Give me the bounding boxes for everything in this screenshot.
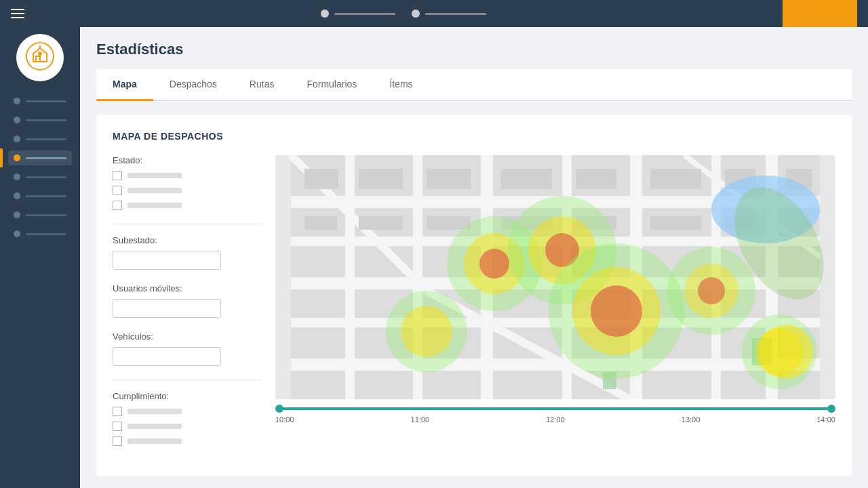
tab-despachos[interactable]: Despachos (153, 69, 233, 101)
filter-separator-1 (113, 224, 262, 224)
checkbox-box-c3[interactable] (113, 436, 122, 446)
filter-separator-2 (113, 380, 262, 380)
checkbox-cumplimiento-3[interactable] (113, 436, 262, 446)
tabs-bar: Mapa Despachos Rutas Formularios Ítems (96, 69, 852, 101)
svg-rect-23 (576, 169, 616, 189)
checkbox-box-3[interactable] (113, 201, 122, 210)
timeline-label-1: 11:00 (411, 415, 430, 424)
filter-usuarios-label: Usuarios móviles: (113, 283, 262, 293)
checkbox-estado-2[interactable] (113, 186, 262, 195)
slider-track-2 (425, 13, 486, 15)
filter-estado-label: Estado: (113, 155, 262, 165)
checkbox-label-bar-2 (127, 188, 182, 193)
sidebar-dot-3 (14, 136, 20, 142)
map-section-title: MAPA DE DESPACHOS (113, 131, 835, 142)
topbar-orange-area (783, 0, 857, 27)
checkbox-box-c1[interactable] (113, 407, 122, 416)
timeline-thumb-start[interactable] (275, 405, 283, 413)
svg-rect-27 (304, 216, 337, 230)
hamburger-icon[interactable] (11, 9, 24, 18)
logo-area[interactable] (16, 34, 64, 81)
sidebar-dot-5 (14, 174, 20, 180)
slider-control-1[interactable] (321, 9, 395, 18)
filter-vehiculos: Vehículos: (113, 331, 262, 366)
sidebar-line-1 (26, 100, 66, 102)
sidebar-dot-1 (14, 98, 20, 104)
checkbox-label-bar-c1 (127, 409, 182, 414)
filter-cumplimiento-label: Cumplimiento: (113, 391, 262, 401)
sidebar-dot-4 (14, 155, 20, 161)
checkbox-cumplimiento-2[interactable] (113, 422, 262, 431)
checkbox-estado-3[interactable] (113, 201, 262, 210)
checkbox-label-bar-c3 (127, 439, 182, 444)
filter-usuarios-input[interactable] (113, 299, 221, 318)
slider-dot-1 (321, 9, 329, 18)
timeline-label-4: 14:00 (816, 415, 835, 424)
sidebar-item-1[interactable] (8, 94, 72, 108)
checkbox-label-bar-c2 (127, 424, 182, 429)
timeline-label-2: 12:00 (546, 415, 565, 424)
slider-control-2[interactable] (412, 9, 486, 18)
svg-rect-32 (650, 216, 701, 230)
map-section: MAPA DE DESPACHOS Estado: (96, 115, 852, 476)
filter-subestado-input[interactable] (113, 251, 221, 270)
svg-point-45 (591, 285, 642, 337)
sidebar-dot-8 (14, 230, 20, 237)
sidebar-line-8 (26, 233, 66, 235)
topbar (0, 0, 868, 27)
timeline-label-0: 10:00 (275, 415, 294, 424)
checkbox-cumplimiento-1[interactable] (113, 407, 262, 416)
filter-vehiculos-input[interactable] (113, 347, 221, 366)
tab-rutas[interactable]: Rutas (233, 69, 291, 101)
svg-rect-22 (501, 169, 552, 189)
timeline-track[interactable] (275, 407, 835, 410)
page-title: Estadísticas (96, 41, 852, 58)
timeline-labels: 10:00 11:00 12:00 13:00 14:00 (275, 415, 835, 424)
sidebar-line-3 (26, 138, 66, 140)
svg-rect-28 (359, 216, 403, 230)
sidebar-dot-7 (14, 211, 20, 218)
content: Estadísticas Mapa Despachos Rutas Formul… (80, 27, 868, 488)
tab-items[interactable]: Ítems (373, 69, 429, 101)
logo-icon (25, 41, 55, 74)
filters-panel: Estado: (113, 155, 262, 460)
sidebar-item-3[interactable] (8, 131, 72, 146)
sidebar-line-2 (26, 119, 66, 121)
slider-dot-2 (412, 9, 420, 18)
checkbox-box-2[interactable] (113, 186, 122, 195)
map-container: 10:00 11:00 12:00 13:00 14:00 (275, 155, 835, 460)
svg-point-1 (38, 52, 42, 56)
checkbox-label-bar-3 (127, 203, 182, 208)
checkbox-box-1[interactable] (113, 171, 122, 180)
svg-rect-9 (345, 155, 355, 399)
map-visual[interactable] (275, 155, 835, 399)
filter-usuarios: Usuarios móviles: (113, 283, 262, 318)
sidebar-item-7[interactable] (8, 207, 72, 222)
sidebar-item-5[interactable] (8, 169, 72, 184)
filter-cumplimiento: Cumplimiento: (113, 391, 262, 446)
filter-vehiculos-label: Vehículos: (113, 331, 262, 342)
timeline-thumb-end[interactable] (827, 405, 835, 413)
main-layout: Estadísticas Mapa Despachos Rutas Formul… (0, 27, 868, 488)
svg-rect-24 (650, 169, 701, 189)
filter-estado: Estado: (113, 155, 262, 210)
sidebar-item-6[interactable] (8, 188, 72, 203)
sidebar-dot-2 (14, 117, 20, 123)
svg-rect-19 (304, 169, 338, 189)
sidebar-item-4[interactable] (8, 150, 72, 165)
sidebar-line-6 (26, 195, 66, 197)
sidebar-items (0, 94, 80, 241)
tab-formularios[interactable]: Formularios (290, 69, 373, 101)
sidebar-dot-6 (14, 192, 20, 199)
checkbox-estado-1[interactable] (113, 171, 262, 180)
filter-subestado-label: Subestado: (113, 235, 262, 245)
sidebar-line-7 (26, 214, 66, 216)
sidebar-item-8[interactable] (8, 226, 72, 241)
filter-subestado: Subestado: (113, 235, 262, 270)
svg-point-54 (759, 325, 813, 379)
sidebar-item-2[interactable] (8, 113, 72, 127)
tab-mapa[interactable]: Mapa (96, 69, 153, 101)
sidebar-line-4 (26, 157, 66, 159)
svg-point-39 (479, 249, 509, 279)
checkbox-box-c2[interactable] (113, 422, 122, 431)
